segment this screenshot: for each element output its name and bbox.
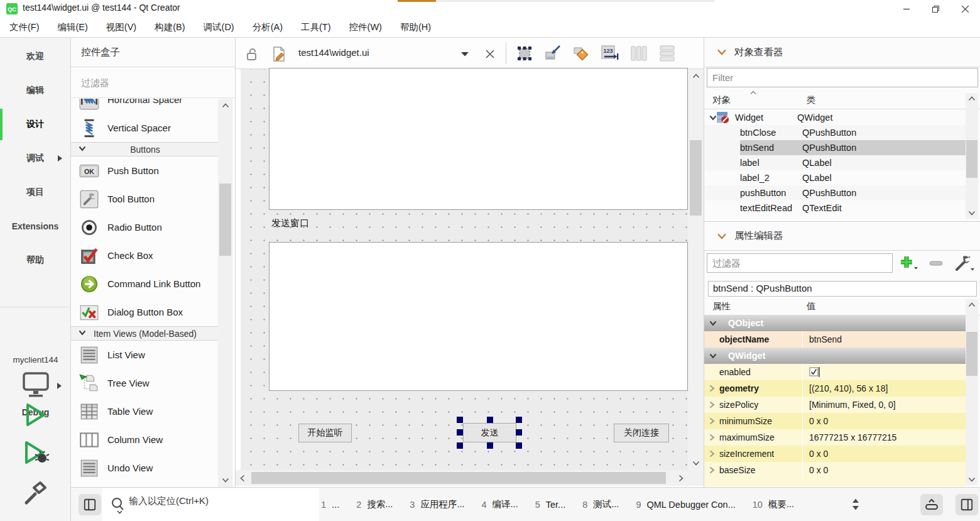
column-value[interactable]: 值	[807, 300, 816, 312]
remove-dynamic-property-button[interactable]	[925, 254, 947, 273]
chevron-right-icon[interactable]	[704, 434, 719, 441]
object-tree-row[interactable]: label QLabel	[704, 155, 966, 170]
mode-tab[interactable]: 设计	[0, 107, 70, 141]
property-group-row[interactable]: QObject	[704, 315, 966, 331]
chevron-right-icon[interactable]	[704, 401, 719, 409]
arrow-right-small-icon[interactable]	[57, 382, 62, 390]
menu-item[interactable]: 文件(F)	[9, 21, 40, 33]
property-filter-input[interactable]	[712, 258, 883, 268]
editor-vertical-scrollbar[interactable]	[688, 69, 704, 470]
menu-item[interactable]: 控件(W)	[349, 21, 382, 33]
property-filter[interactable]	[707, 253, 893, 273]
mode-tab[interactable]: 调试	[0, 141, 70, 175]
widget-box-item[interactable]: List View	[71, 341, 219, 369]
property-row[interactable]: enabled	[704, 364, 966, 380]
scroll-down-button[interactable]	[966, 207, 978, 219]
menu-item[interactable]: 编辑(E)	[58, 21, 88, 33]
mode-tab[interactable]: 欢迎	[0, 40, 70, 74]
widget-box-category-header[interactable]: Buttons	[71, 142, 219, 156]
property-row[interactable]: objectName btnSend	[704, 331, 966, 348]
menu-item[interactable]: 构建(B)	[155, 21, 185, 33]
chevron-right-icon[interactable]	[704, 450, 719, 458]
object-inspector-scrollbar[interactable]	[966, 93, 978, 219]
mode-tab[interactable]: 编辑	[0, 74, 70, 107]
object-inspector-filter[interactable]	[707, 68, 978, 87]
minimize-button[interactable]	[891, 0, 921, 18]
output-pane-button[interactable]: 10 概要...	[753, 498, 794, 510]
scroll-down-button[interactable]	[218, 473, 232, 487]
scrollbar-thumb[interactable]	[251, 472, 666, 484]
document-dropdown-button[interactable]	[457, 46, 473, 62]
widget-box-item[interactable]: Table View	[71, 397, 219, 425]
scroll-up-button[interactable]	[218, 99, 232, 112]
selection-handle[interactable]	[457, 417, 463, 423]
debug-run-button[interactable]	[21, 439, 50, 468]
kit-selector-button[interactable]	[21, 370, 51, 400]
scrollbar-thumb[interactable]	[690, 140, 702, 216]
widget-box-item[interactable]: OK Push Button	[71, 156, 219, 185]
edit-tab-order-button[interactable]: 123	[598, 43, 621, 64]
output-pane-button[interactable]: 3 应用程序...	[410, 498, 464, 510]
property-editor-column-header[interactable]: 属性 值	[704, 297, 980, 315]
widget-box-item[interactable]: Undo View	[71, 454, 219, 482]
selection-handle[interactable]	[487, 417, 493, 423]
send-window-label[interactable]: 发送窗口	[271, 217, 309, 229]
text-edit-write[interactable]	[269, 242, 688, 391]
widget-box-item[interactable]: Column View	[71, 425, 219, 454]
widget-box-category-header[interactable]: Item Views (Model-Based)	[71, 326, 219, 341]
send-button-selected[interactable]: 发送	[463, 423, 516, 442]
object-tree-row[interactable]: btnClose QPushButton	[704, 125, 966, 140]
output-pane-button[interactable]: 1 ...	[321, 500, 339, 510]
object-inspector-header[interactable]: 对象查看器	[704, 38, 980, 67]
column-class[interactable]: 类	[807, 94, 816, 106]
chevron-down-icon[interactable]	[704, 321, 719, 326]
chevron-right-icon[interactable]	[704, 417, 719, 425]
edit-buddies-button[interactable]	[570, 43, 592, 64]
object-tree-row[interactable]: textEditRead QTextEdit	[704, 200, 966, 216]
toggle-left-sidebar-button[interactable]	[79, 494, 101, 515]
menu-item[interactable]: 调试(D)	[204, 21, 234, 33]
scroll-up-button[interactable]	[688, 69, 704, 83]
restore-button[interactable]	[921, 0, 950, 18]
chevron-down-icon[interactable]	[704, 115, 717, 121]
edit-widgets-button[interactable]	[513, 43, 536, 64]
close-connection-button[interactable]: 关闭连接	[614, 424, 669, 442]
scroll-right-button[interactable]	[674, 470, 688, 486]
scrollbar-thumb[interactable]	[966, 332, 977, 376]
chevron-right-icon[interactable]	[704, 385, 719, 392]
widget-box-item[interactable]: Tree View	[71, 369, 219, 397]
scroll-left-button[interactable]	[236, 470, 249, 486]
property-row[interactable]: sizeIncrement 0 x 0	[704, 446, 966, 462]
locator-input[interactable]	[129, 495, 311, 506]
widget-box-item[interactable]: Horizontal Spacer	[71, 99, 219, 114]
selection-handle[interactable]	[457, 442, 463, 449]
object-tree-root-row[interactable]: Widget QWidget	[704, 110, 966, 125]
property-editor-header[interactable]: 属性编辑器	[704, 221, 980, 251]
output-pane-button[interactable]: 4 编译...	[482, 498, 518, 510]
property-group-row[interactable]: QWidget	[704, 348, 966, 364]
property-configure-button[interactable]	[952, 254, 977, 273]
layout-horizontal-button[interactable]	[628, 43, 650, 64]
property-row[interactable]: geometry [(210, 410), 56 x 18]	[704, 380, 966, 397]
close-window-button[interactable]	[950, 0, 980, 18]
menu-item[interactable]: 工具(T)	[301, 21, 331, 33]
widget-box-filter[interactable]	[71, 67, 235, 98]
menu-item[interactable]: 分析(A)	[253, 21, 283, 33]
object-inspector-column-header[interactable]: 对象 类	[704, 90, 980, 109]
column-object[interactable]: 对象	[712, 94, 731, 106]
column-property[interactable]: 属性	[712, 300, 731, 312]
add-dynamic-property-button[interactable]	[898, 254, 920, 273]
selection-handle[interactable]	[457, 429, 463, 436]
menu-item[interactable]: 视图(V)	[106, 21, 136, 33]
close-document-button[interactable]	[482, 46, 498, 62]
widget-box-item[interactable]: Check Box	[71, 241, 219, 270]
scrollbar-thumb[interactable]	[219, 184, 231, 256]
checkbox-checked-icon[interactable]	[809, 367, 820, 377]
object-tree-row[interactable]: label_2 QLabel	[704, 170, 966, 185]
object-filter-input[interactable]	[712, 72, 964, 83]
run-button[interactable]	[21, 401, 50, 430]
object-tree-row[interactable]: pushButton QPushButton	[704, 185, 966, 200]
open-document-selector[interactable]: test144\widget.ui	[298, 47, 369, 58]
property-row[interactable]: baseSize 0 x 0	[704, 462, 966, 478]
selection-handle[interactable]	[516, 429, 522, 436]
